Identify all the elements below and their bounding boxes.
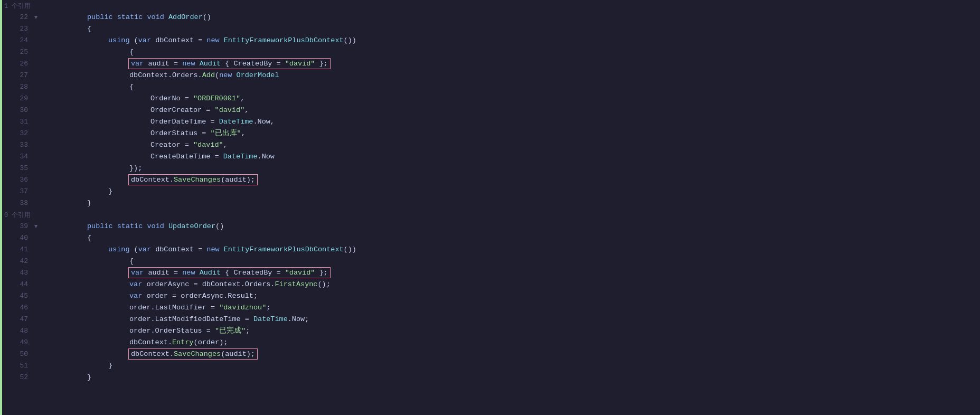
fold-46	[31, 302, 41, 314]
fold-36	[31, 174, 41, 186]
code-line-24: using (var dbContext = new EntityFramewo…	[45, 35, 980, 46]
ln42: 42	[2, 256, 31, 267]
code-line-32: OrderStatus = "已出库",	[45, 128, 980, 139]
code-line-39: public static void UpdateOrder()	[45, 221, 980, 232]
fold-41	[31, 244, 41, 256]
code-line-47: order.LastModifiedDateTime = DateTime.No…	[45, 314, 980, 325]
ln40: 40	[2, 232, 31, 244]
fold-42	[31, 256, 41, 267]
code-line-28: {	[45, 81, 980, 93]
fold-28	[31, 81, 41, 93]
code-line-43: var audit = new Audit { CreatedBy = "dav…	[45, 267, 980, 279]
fold-40	[31, 232, 41, 244]
ln52: 52	[2, 372, 31, 383]
fold-35	[31, 163, 41, 174]
fold-22[interactable]: ▼	[31, 12, 41, 23]
code-line-44: var orderAsync = dbContext.Orders.FirstA…	[45, 279, 980, 290]
ln46: 46	[2, 302, 31, 314]
fold-49	[31, 337, 41, 348]
ln48: 48	[2, 325, 31, 337]
ln39: 39	[2, 221, 31, 232]
code-line-29: OrderNo = "ORDER0001",	[45, 93, 980, 105]
code-line-38: }	[45, 197, 980, 209]
ln47: 47	[2, 314, 31, 325]
fold-52	[31, 372, 41, 383]
ln25: 25	[2, 46, 31, 58]
code-line-27: dbContext.Orders.Add(new OrderModel	[45, 70, 980, 81]
ln38: 38	[2, 197, 31, 209]
ln43: 43	[2, 267, 31, 279]
fold-43	[31, 267, 41, 279]
ref-label-top: 1 个引用	[2, 0, 31, 12]
ln50: 50	[2, 348, 31, 360]
ln36: 36	[2, 174, 31, 186]
ln27: 27	[2, 70, 31, 81]
fold-27	[31, 70, 41, 81]
fold-23	[31, 23, 41, 35]
ln37: 37	[2, 186, 31, 197]
fold-34	[31, 151, 41, 163]
ln44: 44	[2, 279, 31, 290]
fold-25	[31, 46, 41, 58]
code-ref-top	[45, 0, 980, 12]
ln24: 24	[2, 35, 31, 46]
code-line-23: {	[45, 23, 980, 35]
fold-48	[31, 325, 41, 337]
fold-39[interactable]: ▼	[31, 221, 41, 232]
fold-empty-ref-top	[31, 0, 41, 12]
code-ref-bottom	[45, 209, 980, 221]
ln28: 28	[2, 81, 31, 93]
fold-31	[31, 116, 41, 128]
ln41: 41	[2, 244, 31, 256]
fold-33	[31, 139, 41, 151]
code-line-42: {	[45, 256, 980, 267]
ln33: 33	[2, 139, 31, 151]
ln26: 26	[2, 58, 31, 70]
fold-38	[31, 197, 41, 209]
fold-column: ▼ ▼	[31, 0, 41, 415]
ln22: 22	[2, 12, 31, 23]
code-line-40: {	[45, 232, 980, 244]
code-line-31: OrderDateTime = DateTime.Now,	[45, 116, 980, 128]
code-line-46: order.LastModifier = "davidzhou";	[45, 302, 980, 314]
code-line-22: public static void AddOrder()	[45, 12, 980, 23]
fold-32	[31, 128, 41, 139]
code-line-51: }	[45, 360, 980, 372]
code-line-41: using (var dbContext = new EntityFramewo…	[45, 244, 980, 256]
ln32: 32	[2, 128, 31, 139]
line-numbers: 1 个引用 22 23 24 25 26 27 28 29 30 31 32 3…	[2, 0, 31, 415]
code-line-45: var order = orderAsync.Result;	[45, 290, 980, 302]
fold-37	[31, 186, 41, 197]
code-line-26: var audit = new Audit { CreatedBy = "dav…	[45, 58, 980, 70]
code-line-30: OrderCreator = "david",	[45, 105, 980, 116]
ln35: 35	[2, 163, 31, 174]
fold-30	[31, 105, 41, 116]
fold-24	[31, 35, 41, 46]
code-line-33: Creator = "david",	[45, 139, 980, 151]
fold-44	[31, 279, 41, 290]
code-line-36: dbContext.SaveChanges(audit);	[45, 174, 980, 186]
code-line-37: }	[45, 186, 980, 197]
ref-label-bottom: 0 个引用	[2, 209, 31, 221]
fold-29	[31, 93, 41, 105]
code-line-34: CreateDateTime = DateTime.Now	[45, 151, 980, 163]
ln31: 31	[2, 116, 31, 128]
ln49: 49	[2, 337, 31, 348]
fold-empty-ref-bot	[31, 209, 41, 221]
fold-26	[31, 58, 41, 70]
ln45: 45	[2, 290, 31, 302]
ln34: 34	[2, 151, 31, 163]
fold-50	[31, 348, 41, 360]
ln29: 29	[2, 93, 31, 105]
ln30: 30	[2, 105, 31, 116]
ln51: 51	[2, 360, 31, 372]
fold-47	[31, 314, 41, 325]
code-main: public static void AddOrder() { using (v…	[41, 0, 980, 415]
code-line-49: dbContext.Entry(order);	[45, 337, 980, 348]
code-line-48: order.OrderStatus = "已完成";	[45, 325, 980, 337]
code-editor: 1 个引用 22 23 24 25 26 27 28 29 30 31 32 3…	[0, 0, 980, 415]
code-line-50: dbContext.SaveChanges(audit);	[45, 348, 980, 360]
code-line-25: {	[45, 46, 980, 58]
fold-45	[31, 290, 41, 302]
fold-51	[31, 360, 41, 372]
